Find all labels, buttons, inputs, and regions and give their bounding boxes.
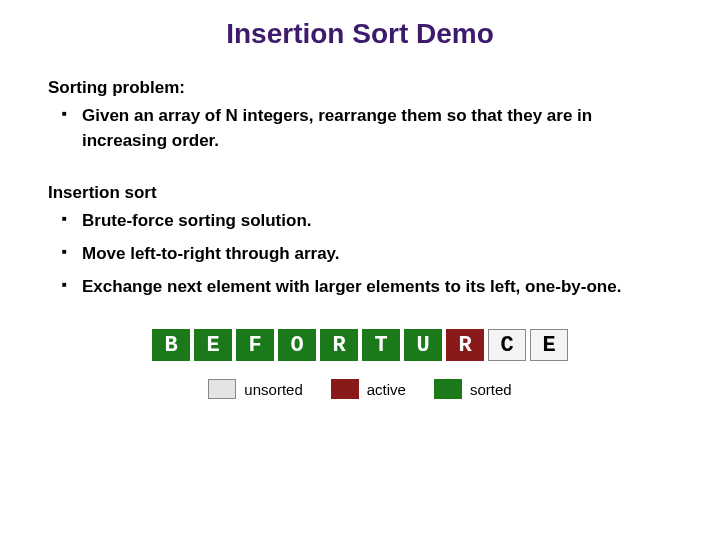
array-cell: E: [530, 329, 568, 361]
array-cell: E: [194, 329, 232, 361]
section2-bullet: Brute-force sorting solution.: [82, 209, 672, 234]
array-cell: R: [320, 329, 358, 361]
section2-bullet: Move left-to-right through array.: [82, 242, 672, 267]
array-cell: R: [446, 329, 484, 361]
section2-heading: Insertion sort: [48, 183, 672, 203]
legend-label: unsorted: [244, 381, 302, 398]
swatch-unsorted: [208, 379, 236, 399]
section2-bullets: Brute-force sorting solution. Move left-…: [48, 209, 672, 299]
array-cell: T: [362, 329, 400, 361]
section2-bullet: Exchange next element with larger elemen…: [82, 275, 672, 300]
array-cell: O: [278, 329, 316, 361]
array-cell: F: [236, 329, 274, 361]
legend-label: sorted: [470, 381, 512, 398]
array-cell: C: [488, 329, 526, 361]
array-cell: B: [152, 329, 190, 361]
section1-heading: Sorting problem:: [48, 78, 672, 98]
legend-active: active: [331, 379, 406, 399]
slide-title: Insertion Sort Demo: [48, 18, 672, 50]
legend-unsorted: unsorted: [208, 379, 302, 399]
array-row: B E F O R T U R C E: [48, 329, 672, 361]
legend-sorted: sorted: [434, 379, 512, 399]
legend-label: active: [367, 381, 406, 398]
swatch-active: [331, 379, 359, 399]
section1-bullet: Given an array of N integers, rearrange …: [82, 104, 672, 153]
array-cell: U: [404, 329, 442, 361]
swatch-sorted: [434, 379, 462, 399]
legend: unsorted active sorted: [48, 379, 672, 399]
section1-bullets: Given an array of N integers, rearrange …: [48, 104, 672, 153]
